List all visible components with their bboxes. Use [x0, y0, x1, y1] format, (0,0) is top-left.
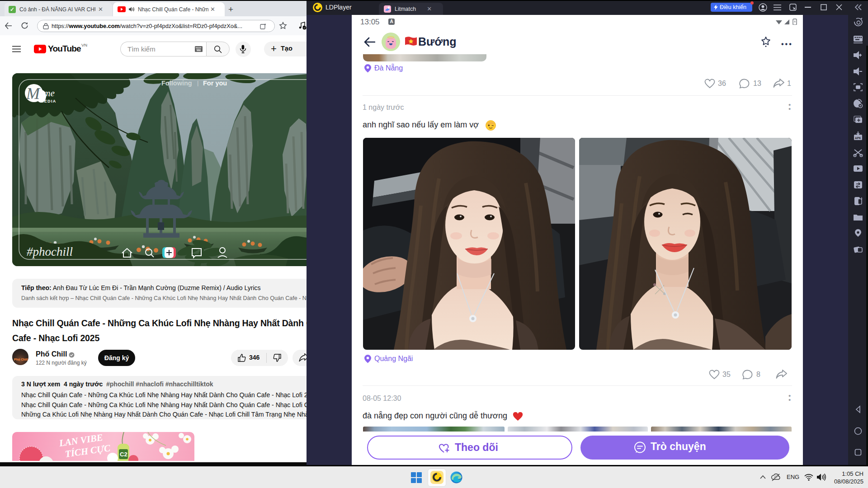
svg-text:APK: APK — [855, 136, 861, 140]
svg-text:|: | — [197, 80, 198, 86]
svg-text:C2: C2 — [120, 451, 127, 458]
svg-text:#phochill: #phochill — [27, 245, 73, 258]
svg-text:MEDIA: MEDIA — [40, 99, 57, 103]
svg-text:Following: Following — [161, 80, 192, 87]
svg-text:M: M — [26, 84, 41, 103]
svg-text:eme: eme — [39, 88, 55, 99]
svg-text:For you: For you — [203, 80, 227, 87]
